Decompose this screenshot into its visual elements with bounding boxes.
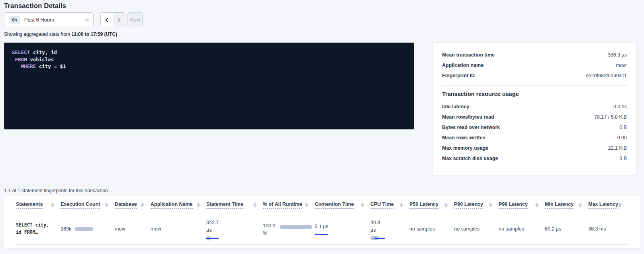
cell-max-latency: 36.3 ms — [588, 226, 628, 232]
cell-p99-latency: no samples — [499, 226, 545, 232]
resource-value: 0.0 ns — [613, 104, 627, 109]
summary-label: Application name — [442, 63, 483, 68]
resource-row: Idle latency 0.0 ns — [442, 102, 627, 112]
summary-label: Mean transaction time — [442, 52, 495, 58]
sql-statement-box: SELECT city, id FROM vehicles WHERE city… — [4, 43, 414, 129]
contention-time-bar — [315, 232, 328, 236]
sort-icon[interactable] — [535, 203, 538, 207]
statement-count-caption: 1-1 of 1 statement fingerprints for this… — [4, 188, 108, 193]
summary-value: movr — [616, 63, 627, 68]
transaction-summary-card: Mean transaction time 386.3 µs Applicati… — [432, 43, 637, 175]
page-title: Transaction Details — [4, 2, 66, 10]
sort-icon[interactable] — [579, 203, 582, 207]
time-controls: 6h Past 6 Hours Now — [4, 12, 143, 27]
chevron-right-icon — [116, 18, 120, 22]
sort-icon[interactable] — [197, 203, 200, 207]
resource-row: Max memory usage 22.1 KiB — [442, 143, 627, 153]
resource-label: Mean rows/bytes read — [442, 114, 494, 120]
summary-value: 386.3 µs — [608, 52, 627, 58]
execution-count-bar — [75, 227, 93, 231]
cell-statement[interactable]: SELECT city, id FROM… — [16, 219, 61, 236]
resource-row: Max scratch disk usage 0 B — [442, 153, 627, 164]
resource-value: 0 B — [619, 125, 627, 130]
resource-row: Mean rows/bytes read 78.17 / 5.8 KiB — [442, 112, 627, 122]
sort-icon[interactable] — [444, 203, 448, 207]
column-header-p50-latency[interactable]: P50 Latency — [409, 201, 454, 209]
resource-label: Idle latency — [442, 104, 469, 109]
resource-row: Bytes read over network 0 B — [442, 122, 627, 133]
resource-value: 0 B — [619, 156, 627, 161]
statements-table: Statements Execution Count Database Appl… — [4, 196, 640, 248]
cell-contention-time: 5.1 µs — [315, 219, 370, 236]
cell-execution-count: 263k — [61, 219, 115, 232]
time-range-dropdown[interactable]: 6h Past 6 Hours — [4, 12, 94, 27]
cell-database: movr — [115, 226, 151, 232]
summary-row: Fingerprint ID ee2df683f5aa9411 — [442, 70, 627, 81]
summary-value: ee2df683f5aa9411 — [586, 73, 627, 78]
column-header-p99-latency[interactable]: P99 Latency — [499, 201, 545, 209]
aggregation-caption: Showing aggregated stats from 11:00 to 1… — [4, 31, 117, 37]
column-header-statements[interactable]: Statements — [16, 201, 61, 209]
previous-range-button[interactable] — [101, 13, 113, 27]
cell-min-latency: 60.2 µs — [545, 226, 588, 232]
cpu-time-bar — [370, 236, 386, 240]
column-header-max-latency[interactable]: Max Latency — [588, 201, 628, 209]
summary-divider — [442, 85, 627, 86]
resource-label: Max scratch disk usage — [442, 156, 498, 161]
sort-icon[interactable] — [253, 203, 256, 207]
resource-label: Mean rows written — [442, 135, 485, 141]
time-range-stepper — [100, 12, 125, 27]
resource-row: Mean rows written 0.00 — [442, 133, 627, 143]
table-row: SELECT city, id FROM… 263k movr movr 342… — [16, 214, 628, 245]
resource-value: 78.17 / 5.8 KiB — [594, 114, 627, 120]
column-header-min-latency[interactable]: Min Latency — [545, 201, 588, 209]
sort-icon[interactable] — [619, 203, 622, 207]
resource-usage-heading: Transaction resource usage — [442, 91, 627, 97]
cell-p90-latency: no samples — [454, 226, 499, 232]
time-range-badge: 6h — [9, 16, 20, 23]
column-header-execution-count[interactable]: Execution Count — [61, 201, 115, 209]
resource-value: 22.1 KiB — [608, 145, 627, 151]
table-header-row: Statements Execution Count Database Appl… — [16, 196, 628, 214]
cell-runtime-pct: 100.0 % — [263, 219, 315, 237]
cell-statement-time: 342.7 µs — [206, 219, 263, 240]
sort-icon[interactable] — [51, 203, 54, 207]
cell-p50-latency: no samples — [409, 226, 454, 232]
column-header-database[interactable]: Database — [115, 201, 151, 209]
statement-link[interactable]: SELECT city, id FROM… — [16, 221, 61, 236]
chevron-left-icon — [105, 18, 110, 22]
statement-time-bar — [206, 236, 221, 240]
section-divider — [0, 186, 644, 186]
summary-label: Fingerprint ID — [442, 73, 475, 78]
resource-value: 0.00 — [617, 135, 627, 141]
cell-cpu-time: 40.8 µs — [370, 219, 409, 240]
aggregation-range: 11:00 to 17:59 (UTC) — [71, 31, 117, 37]
sort-icon[interactable] — [141, 203, 144, 207]
column-header-statement-time[interactable]: Statement Time — [206, 201, 263, 209]
column-header-application-name[interactable]: Application Name — [151, 201, 206, 209]
resource-label: Bytes read over network — [442, 125, 500, 130]
sort-icon[interactable] — [305, 203, 308, 207]
summary-row: Mean transaction time 386.3 µs — [442, 50, 627, 60]
column-header-contention-time[interactable]: Contention Time — [315, 201, 370, 209]
sort-icon[interactable] — [361, 203, 364, 207]
column-header-runtime-pct[interactable]: % of All Runtime — [263, 201, 315, 209]
summary-row: Application name movr — [442, 60, 627, 70]
cell-application-name: movr — [151, 226, 206, 232]
sort-icon[interactable] — [489, 203, 492, 207]
next-range-button[interactable] — [113, 13, 125, 27]
time-range-label: Past 6 Hours — [24, 17, 54, 23]
runtime-bar — [280, 225, 312, 229]
column-header-p90-latency[interactable]: P90 Latency — [454, 201, 499, 209]
chevron-down-icon — [85, 17, 89, 21]
now-button[interactable]: Now — [127, 12, 143, 27]
resource-label: Max memory usage — [442, 145, 488, 151]
sort-icon[interactable] — [400, 203, 403, 207]
sort-icon[interactable] — [105, 203, 108, 207]
column-header-cpu-time[interactable]: CPU Time — [370, 201, 409, 209]
